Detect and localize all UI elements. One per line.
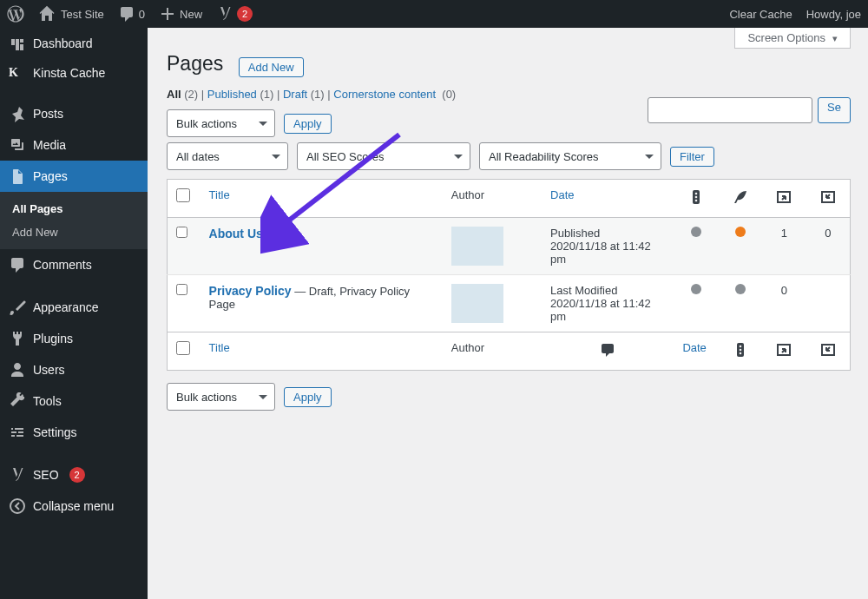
filter-all[interactable]: All — [167, 88, 181, 101]
col-seo-icon[interactable] — [674, 180, 718, 218]
col-title[interactable]: Title — [201, 180, 443, 218]
new-button[interactable]: New — [152, 0, 209, 28]
readability-dot — [735, 227, 746, 237]
comments-button[interactable]: 0 — [111, 0, 152, 28]
page-title: Pages — [167, 52, 223, 76]
menu-media[interactable]: Media — [0, 129, 148, 161]
col-title-foot[interactable]: Title — [201, 332, 443, 371]
speech-bubble-icon — [118, 5, 135, 23]
wrench-icon — [9, 392, 26, 410]
traffic-light-icon — [687, 188, 705, 206]
table-row: Privacy Policy — Draft, Privacy Policy P… — [168, 275, 851, 332]
search-input[interactable] — [648, 97, 812, 123]
seo-dot — [691, 227, 701, 237]
svg-point-0 — [10, 499, 24, 513]
pin-icon — [9, 105, 26, 122]
date-cell: Published2020/11/18 at 11:42 pm — [542, 218, 674, 275]
incoming-count: 0 — [806, 218, 851, 275]
col-incoming-icon[interactable] — [806, 180, 851, 218]
filter-cornerstone[interactable]: Cornerstone content — [333, 88, 436, 101]
date-filter-select[interactable]: All dates — [167, 142, 288, 170]
menu-kinsta[interactable]: KKinsta Cache — [0, 59, 148, 87]
menu-users[interactable]: Users — [0, 354, 148, 385]
howdy-button[interactable]: Howdy, joe — [799, 0, 868, 28]
row-checkbox[interactable] — [176, 284, 187, 295]
yoast-button[interactable]: 2 — [209, 0, 260, 28]
outgoing-links-icon — [775, 341, 792, 359]
svg-point-8 — [739, 352, 741, 355]
menu-dashboard[interactable]: Dashboard — [0, 28, 148, 59]
menu-settings[interactable]: Settings — [0, 417, 148, 448]
outgoing-count: 1 — [762, 218, 806, 275]
filter-button[interactable]: Filter — [670, 147, 714, 167]
col-author-foot: Author — [443, 332, 542, 371]
tablenav-filters: All dates All SEO Scores All Readability… — [167, 142, 851, 170]
menu-comments[interactable]: Comments — [0, 249, 148, 280]
speech-bubble-icon — [599, 341, 616, 359]
menu-appearance[interactable]: Appearance — [0, 292, 148, 323]
submenu-add-new[interactable]: Add New — [0, 221, 148, 244]
traffic-light-icon — [732, 341, 749, 359]
bulk-actions-select-bottom[interactable]: Bulk actions — [167, 383, 275, 411]
page-title-link[interactable]: Privacy Policy — [209, 284, 292, 298]
avatar — [451, 227, 503, 266]
col-date-foot[interactable]: Date — [674, 332, 718, 371]
yoast-badge: 2 — [237, 6, 253, 22]
bulk-actions-select[interactable]: Bulk actions — [167, 109, 275, 137]
media-icon — [9, 136, 26, 154]
tablenav-bottom: Bulk actions Apply — [167, 383, 851, 411]
pages-table: Title Author Date About Us Published2020… — [167, 179, 851, 371]
menu-tools[interactable]: Tools — [0, 385, 148, 417]
outgoing-links-icon — [775, 188, 792, 206]
search-button[interactable]: Se — [818, 97, 851, 123]
table-row: About Us Published2020/11/18 at 11:42 pm… — [168, 218, 851, 275]
svg-point-2 — [694, 193, 697, 195]
admin-bar: Test Site 0 New 2 Clear Cache Howdy, joe — [0, 0, 868, 28]
sliders-icon — [9, 424, 26, 441]
apply-button-top[interactable]: Apply — [284, 114, 332, 134]
yoast-icon — [216, 5, 233, 23]
menu-seo[interactable]: SEO2 — [0, 459, 148, 490]
page-title-link[interactable]: About Us — [209, 227, 263, 240]
select-all-top[interactable] — [176, 188, 190, 202]
incoming-count — [806, 275, 851, 332]
incoming-links-icon — [819, 188, 837, 206]
site-name-button[interactable]: Test Site — [31, 0, 111, 28]
pages-icon — [9, 168, 26, 185]
col-outgoing-icon[interactable] — [762, 180, 806, 218]
feather-icon — [732, 188, 749, 206]
menu-collapse[interactable]: Collapse menu — [0, 490, 148, 522]
menu-plugins[interactable]: Plugins — [0, 323, 148, 354]
row-checkbox[interactable] — [176, 227, 187, 238]
date-cell: Last Modified2020/11/18 at 11:42 pm — [542, 275, 674, 332]
admin-sidebar: Dashboard KKinsta Cache Posts Media Page… — [0, 28, 148, 599]
plus-icon — [159, 5, 176, 23]
filter-draft[interactable]: Draft — [283, 88, 307, 101]
clear-cache-button[interactable]: Clear Cache — [722, 0, 799, 28]
add-new-button[interactable]: Add New — [239, 57, 304, 77]
seo-count-badge: 2 — [69, 467, 85, 483]
brush-icon — [9, 299, 26, 316]
svg-point-4 — [694, 200, 697, 202]
wp-logo-button[interactable] — [0, 0, 31, 28]
svg-point-6 — [739, 346, 741, 348]
menu-posts[interactable]: Posts — [0, 98, 148, 129]
submenu-all-pages[interactable]: All Pages — [0, 197, 148, 221]
apply-button-bottom[interactable]: Apply — [284, 387, 332, 407]
incoming-links-icon — [819, 341, 837, 359]
dashboard-icon — [9, 35, 26, 52]
comments-icon — [9, 256, 26, 273]
filter-published[interactable]: Published — [207, 88, 257, 101]
select-all-bottom[interactable] — [176, 341, 190, 355]
readability-select[interactable]: All Readability Scores — [479, 142, 661, 170]
screen-options-button[interactable]: Screen Options — [734, 28, 851, 49]
col-readability-icon[interactable] — [718, 180, 762, 218]
col-comments-foot[interactable] — [542, 332, 674, 371]
col-author: Author — [443, 180, 542, 218]
main-content: Screen Options Pages Add New All (2) | P… — [148, 28, 868, 599]
menu-pages[interactable]: Pages — [0, 161, 148, 192]
col-date[interactable]: Date — [542, 180, 674, 218]
plug-icon — [9, 330, 26, 347]
seo-dot — [691, 284, 701, 294]
seo-score-select[interactable]: All SEO Scores — [297, 142, 470, 170]
